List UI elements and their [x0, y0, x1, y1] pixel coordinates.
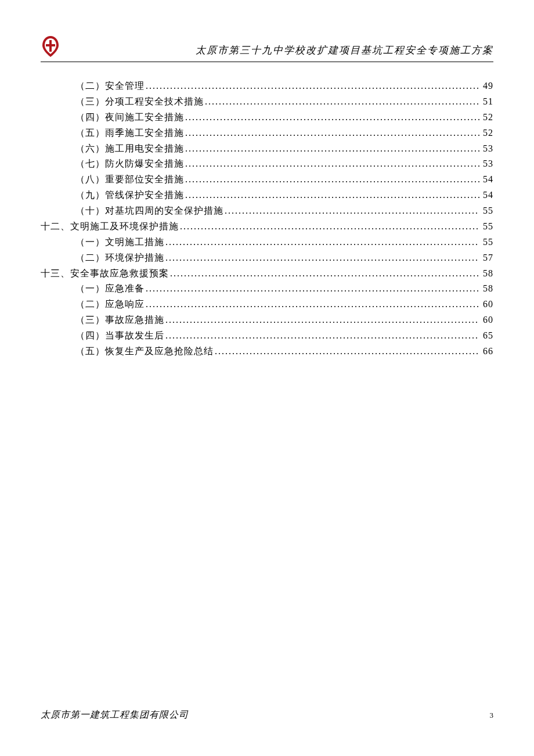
toc-label: （九）管线保护安全措施 [75, 188, 184, 203]
toc-label: （四）当事故发生后 [75, 328, 164, 344]
toc-leader-dots [169, 266, 479, 282]
toc-page-number: 65 [479, 328, 493, 344]
toc-leader-dots [184, 125, 479, 141]
toc-entry: （一）文明施工措施55 [75, 235, 493, 250]
toc-entry: （九）管线保护安全措施54 [75, 188, 493, 203]
toc-entry: 十二、文明施工及环境保护措施55 [41, 219, 493, 235]
toc-page-number: 52 [479, 110, 493, 125]
toc-leader-dots [184, 141, 479, 157]
toc-entry: （四）当事故发生后65 [75, 328, 493, 344]
toc-entry: （五）恢复生产及应急抢险总结66 [75, 344, 493, 359]
footer-company: 太原市第一建筑工程集团有限公司 [41, 709, 189, 721]
company-logo-icon [41, 35, 60, 58]
toc-page-number: 54 [479, 172, 493, 188]
toc-entry: （七）防火防爆安全措施53 [75, 156, 493, 172]
toc-page-number: 57 [479, 250, 493, 266]
toc-label: （十）对基坑四周的安全保护措施 [75, 203, 223, 219]
svg-rect-1 [46, 44, 55, 46]
toc-leader-dots [145, 297, 479, 312]
document-page: 太原市第三十九中学校改扩建项目基坑工程安全专项施工方案 （二）安全管理49（三）… [0, 0, 534, 359]
header-title: 太原市第三十九中学校改扩建项目基坑工程安全专项施工方案 [60, 44, 493, 58]
toc-entry: （一）应急准备58 [75, 281, 493, 297]
toc-leader-dots [184, 110, 479, 125]
toc-leader-dots [184, 156, 479, 172]
page-footer: 太原市第一建筑工程集团有限公司 3 [41, 709, 493, 721]
page-header: 太原市第三十九中学校改扩建项目基坑工程安全专项施工方案 [41, 35, 493, 58]
toc-label: （三）分项工程安全技术措施 [75, 94, 204, 110]
toc-page-number: 53 [479, 156, 493, 172]
toc-entry: （二）安全管理49 [75, 78, 493, 94]
toc-label: （一）文明施工措施 [75, 235, 164, 250]
toc-page-number: 58 [479, 281, 493, 297]
toc-page-number: 55 [479, 219, 493, 235]
footer-page-number: 3 [490, 711, 494, 720]
toc-leader-dots [204, 94, 479, 110]
toc-label: 十三、安全事故应急救援预案 [41, 266, 169, 282]
toc-page-number: 51 [479, 94, 493, 110]
toc-label: （二）安全管理 [75, 78, 145, 94]
toc-page-number: 58 [479, 266, 493, 282]
toc-page-number: 60 [479, 297, 493, 312]
toc-page-number: 60 [479, 312, 493, 328]
toc-label: （二）应急响应 [75, 297, 145, 312]
toc-leader-dots [179, 219, 479, 235]
toc-entry: （四）夜间施工安全措施52 [75, 110, 493, 125]
toc-label: 十二、文明施工及环境保护措施 [41, 219, 179, 235]
toc-label: （二）环境保护措施 [75, 250, 164, 266]
toc-leader-dots [223, 203, 479, 219]
toc-entry: （十）对基坑四周的安全保护措施55 [75, 203, 493, 219]
toc-leader-dots [184, 188, 479, 203]
toc-entry: （三）分项工程安全技术措施51 [75, 94, 493, 110]
toc-entry: （六）施工用电安全措施53 [75, 141, 493, 157]
toc-leader-dots [214, 344, 479, 359]
toc-page-number: 52 [479, 125, 493, 141]
toc-label: （三）事故应急措施 [75, 312, 164, 328]
toc-label: （六）施工用电安全措施 [75, 141, 184, 157]
toc-page-number: 55 [479, 235, 493, 250]
toc-leader-dots [184, 172, 479, 188]
toc-entry: （二）应急响应60 [75, 297, 493, 312]
toc-entry: （八）重要部位安全措施54 [75, 172, 493, 188]
toc-leader-dots [164, 250, 479, 266]
toc-leader-dots [164, 312, 479, 328]
toc-label: （五）雨季施工安全措施 [75, 125, 184, 141]
toc-page-number: 53 [479, 141, 493, 157]
toc-entry: （三）事故应急措施60 [75, 312, 493, 328]
toc-leader-dots [145, 281, 479, 297]
toc-label: （八）重要部位安全措施 [75, 172, 184, 188]
toc-label: （七）防火防爆安全措施 [75, 156, 184, 172]
toc-page-number: 54 [479, 188, 493, 203]
toc-label: （四）夜间施工安全措施 [75, 110, 184, 125]
toc-page-number: 55 [479, 203, 493, 219]
toc-label: （一）应急准备 [75, 281, 145, 297]
toc-leader-dots [164, 235, 479, 250]
toc-entry: （二）环境保护措施57 [75, 250, 493, 266]
table-of-contents: （二）安全管理49（三）分项工程安全技术措施51（四）夜间施工安全措施52（五）… [41, 78, 493, 359]
toc-page-number: 49 [479, 78, 493, 94]
toc-leader-dots [145, 78, 479, 94]
toc-entry: 十三、安全事故应急救援预案58 [41, 266, 493, 282]
header-rule [41, 62, 493, 62]
toc-page-number: 66 [479, 344, 493, 359]
toc-label: （五）恢复生产及应急抢险总结 [75, 344, 214, 359]
toc-entry: （五）雨季施工安全措施52 [75, 125, 493, 141]
toc-leader-dots [164, 328, 479, 344]
